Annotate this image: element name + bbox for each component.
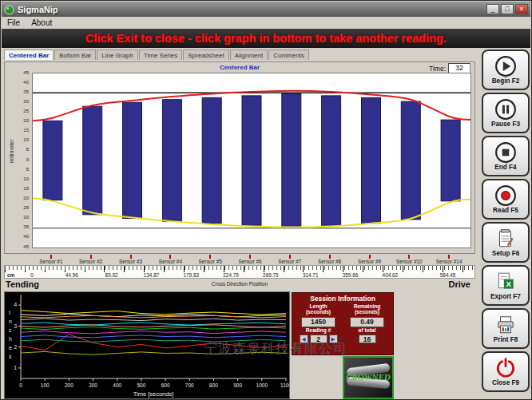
- tab-alignment[interactable]: Alignment: [230, 50, 268, 60]
- action-button-column: Begin F2Pause F3End F4Read F5Setup F6XEx…: [479, 50, 532, 394]
- play-icon: [494, 55, 517, 77]
- length-label: Length(seconds): [295, 303, 342, 315]
- previous-reading-button[interactable]: ◀: [300, 335, 308, 343]
- tab-line-graph[interactable]: Line Graph: [97, 50, 138, 60]
- menu-file[interactable]: File: [2, 18, 26, 27]
- y-tick: 45: [23, 244, 29, 249]
- action-button-label: Setup F6: [492, 250, 520, 257]
- tab-comments[interactable]: Comments: [268, 50, 309, 60]
- chart-title: Centered Bar: [5, 64, 474, 71]
- reading-number: 2: [310, 335, 328, 343]
- sensor-trend-3: [21, 335, 286, 350]
- svg-text:700: 700: [185, 382, 194, 388]
- svg-text:I: I: [9, 310, 10, 315]
- y-tick: 25: [23, 109, 29, 113]
- length-value: 1450: [301, 317, 335, 327]
- y-tick: 15: [23, 128, 29, 133]
- y-tick: 10: [23, 176, 29, 181]
- tab-centered-bar[interactable]: Centered Bar: [4, 50, 54, 60]
- sensor-trend-1: [21, 314, 286, 317]
- sensor-label-row: Sensor #1Sensor #2Sensor #3Sensor #4Sens…: [1, 255, 478, 264]
- next-reading-button[interactable]: ▶: [329, 335, 338, 343]
- sensor-label: Sensor #10: [391, 259, 427, 264]
- svg-text:300: 300: [89, 382, 97, 388]
- print-button[interactable]: Print F8: [482, 308, 530, 349]
- ruler-tick-value: 314.71: [293, 272, 328, 278]
- maximize-button[interactable]: □: [501, 4, 514, 14]
- sensor-label: Sensor #2: [73, 259, 109, 264]
- begin-button[interactable]: Begin F2: [482, 50, 530, 90]
- ruler-tick-value: 134.87: [134, 272, 169, 278]
- export-button[interactable]: XExport F7: [482, 265, 530, 306]
- end-button[interactable]: End F4: [482, 136, 530, 176]
- sensor-trend-7: [21, 331, 286, 334]
- stop-icon: [494, 141, 517, 164]
- setup-icon: [494, 228, 517, 250]
- y-tick: 10: [23, 137, 29, 142]
- ruler-tick-value: 404.62: [372, 272, 407, 278]
- total-label: of total: [343, 327, 391, 333]
- print-icon: [494, 314, 517, 336]
- svg-text:n: n: [9, 319, 12, 324]
- sensor-label: Sensor #5: [193, 259, 228, 264]
- minimize-button[interactable]: _: [486, 4, 499, 14]
- session-info-panel: Session Information Length(seconds) Rema…: [292, 292, 394, 355]
- svg-text:600: 600: [161, 382, 170, 388]
- sensor-trend-12: [21, 351, 286, 354]
- excel-icon: X: [494, 271, 517, 293]
- y-tick: 30: [23, 99, 29, 104]
- svg-text:h: h: [9, 336, 12, 342]
- banner-text: Click Exit to close - click graph in bot…: [85, 32, 447, 45]
- y-tick: 30: [23, 215, 29, 220]
- y-tick: 15: [23, 186, 29, 191]
- sensor-trend-10: [21, 325, 286, 327]
- svg-text:X: X: [506, 279, 512, 288]
- pause-icon: [494, 98, 517, 121]
- y-tick: 20: [23, 118, 29, 123]
- y-tick: 25: [23, 205, 29, 210]
- action-button-label: Print F8: [494, 336, 518, 343]
- window-controls: _□×: [486, 4, 528, 14]
- sensor-trend-5: [21, 327, 286, 329]
- read-button[interactable]: Read F5: [482, 179, 530, 220]
- sensor-trend-4: [21, 311, 286, 315]
- svg-text:1100: 1100: [280, 382, 289, 388]
- sensor-label: Sensor #3: [113, 259, 149, 264]
- svg-text:900: 900: [233, 382, 242, 388]
- menu-about[interactable]: About: [26, 18, 58, 27]
- sensor-trend-6: [21, 323, 286, 325]
- window-title: SigmaNip: [18, 5, 486, 14]
- svg-text:0: 0: [19, 382, 22, 388]
- svg-text:400: 400: [113, 382, 121, 388]
- y-tick: 40: [23, 234, 29, 239]
- nip-profile-chart[interactable]: [32, 73, 471, 248]
- ruler-tick-value: 269.75: [253, 272, 288, 278]
- action-button-label: Close F9: [492, 379, 519, 386]
- title-bar[interactable]: SigmaNip _□×: [2, 2, 530, 17]
- tab-spreadsheet[interactable]: Spreadsheet: [183, 50, 228, 60]
- y-tick: 40: [23, 80, 29, 85]
- close-button[interactable]: ×: [515, 4, 528, 14]
- sensor-label: Sensor #14: [431, 259, 466, 264]
- total-readings: 16: [359, 335, 376, 343]
- tab-time-series[interactable]: Time Series: [139, 50, 182, 60]
- trend-chart[interactable]: 0100200300400500600700800900100011004321…: [4, 291, 290, 399]
- sensor-trend-9: [21, 335, 286, 338]
- sensor-label: Sensor #9: [352, 259, 387, 264]
- sensor-trend-2: [21, 319, 286, 321]
- ruler-tick-value: 44.96: [54, 272, 89, 278]
- y-axis-ticks: 45403530252015105051015202530354045: [14, 73, 30, 247]
- record-icon: [494, 184, 517, 207]
- close-button[interactable]: Close F9: [482, 351, 530, 392]
- y-tick: 0: [26, 157, 29, 162]
- session-title: Session Information: [292, 293, 393, 303]
- y-tick: 5: [26, 167, 29, 172]
- message-banner: Click Exit to close - click graph in bot…: [2, 29, 530, 48]
- sensor-label: Sensor #7: [272, 259, 308, 264]
- tab-bottom-bar[interactable]: Bottom Bar: [54, 50, 96, 60]
- svg-text:500: 500: [137, 382, 145, 388]
- y-tick: 45: [23, 70, 29, 75]
- setup-button[interactable]: Setup F6: [482, 222, 530, 263]
- pause-button[interactable]: Pause F3: [482, 93, 530, 133]
- position-ruler: cm 044.9689.92134.87179.83224.79269.7531…: [4, 265, 475, 279]
